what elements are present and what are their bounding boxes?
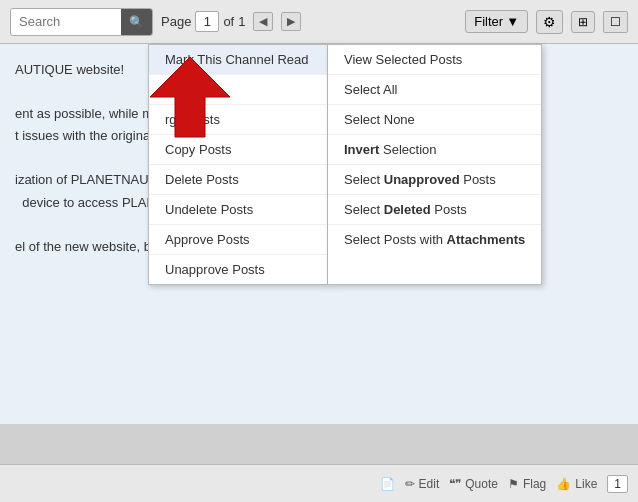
menu-item-copy-posts[interactable]: Copy Posts (149, 135, 327, 165)
menu-item-mark-channel-read[interactable]: Mark This Channel Read (149, 45, 327, 75)
dropdown-right-panel: View Selected Posts Select All Select No… (328, 44, 542, 285)
menu-item-select-deleted[interactable]: Select Deleted Posts (328, 195, 541, 225)
like-count: 1 (607, 475, 628, 493)
quote-icon: ❝❞ (449, 477, 461, 491)
menu-item-invert-selection[interactable]: Invert Selection (328, 135, 541, 165)
edit-icon: ✏ (405, 477, 415, 491)
flag-icon: ⚑ (508, 477, 519, 491)
flag-action[interactable]: ⚑ Flag (508, 477, 546, 491)
total-pages: 1 (238, 14, 245, 29)
page-nav: Page 1 of 1 (161, 11, 245, 32)
menu-item-select-unapproved[interactable]: Select Unapproved Posts (328, 165, 541, 195)
menu-item-unapprove-posts[interactable]: Unapprove Posts (149, 255, 327, 284)
edit-label: Edit (419, 477, 440, 491)
quote-label: Quote (465, 477, 498, 491)
menu-item-merge-posts[interactable]: rge Posts (149, 105, 327, 135)
toolbar: 🔍 Page 1 of 1 ◀ ▶ Filter ▼ ⚙ ⊞ ☐ (0, 0, 638, 44)
post-actions-bar: 📄 (380, 477, 395, 491)
checkbox-icon: ☐ (610, 15, 621, 29)
view-icon: ⊞ (578, 15, 588, 29)
menu-item-view-selected-posts[interactable]: View Selected Posts (328, 45, 541, 75)
filter-label: Filter (474, 14, 503, 29)
of-label: of (223, 14, 234, 29)
search-box: 🔍 (10, 8, 153, 36)
prev-page-button[interactable]: ◀ (253, 12, 273, 31)
menu-item-select-none[interactable]: Select None (328, 105, 541, 135)
dropdown-menu: Mark This Channel Read Posts rge Posts C… (148, 44, 542, 285)
settings-button[interactable]: ⚙ (536, 10, 563, 34)
quote-action[interactable]: ❝❞ Quote (449, 477, 498, 491)
like-icon: 👍 (556, 477, 571, 491)
like-action[interactable]: 👍 Like (556, 477, 597, 491)
menu-item-posts[interactable]: Posts (149, 75, 327, 105)
like-label: Like (575, 477, 597, 491)
view-button[interactable]: ⊞ (571, 11, 595, 33)
filter-button[interactable]: Filter ▼ (465, 10, 528, 33)
filter-arrow-icon: ▼ (506, 14, 519, 29)
menu-item-select-attachments[interactable]: Select Posts with Attachments (328, 225, 541, 254)
select-button[interactable]: ☐ (603, 11, 628, 33)
menu-item-select-all[interactable]: Select All (328, 75, 541, 105)
bottom-bar: 📄 ✏ Edit ❝❞ Quote ⚑ Flag 👍 Like 1 (0, 464, 638, 502)
menu-item-delete-posts[interactable]: Delete Posts (149, 165, 327, 195)
dropdown-left-panel: Mark This Channel Read Posts rge Posts C… (148, 44, 328, 285)
menu-item-undelete-posts[interactable]: Undelete Posts (149, 195, 327, 225)
page-number: 1 (195, 11, 219, 32)
flag-label: Flag (523, 477, 546, 491)
post-icon: 📄 (380, 477, 395, 491)
gear-icon: ⚙ (543, 14, 556, 30)
page-label: Page (161, 14, 191, 29)
edit-action[interactable]: ✏ Edit (405, 477, 440, 491)
menu-item-approve-posts[interactable]: Approve Posts (149, 225, 327, 255)
next-page-button[interactable]: ▶ (281, 12, 301, 31)
search-input[interactable] (11, 10, 121, 33)
search-button[interactable]: 🔍 (121, 9, 152, 35)
